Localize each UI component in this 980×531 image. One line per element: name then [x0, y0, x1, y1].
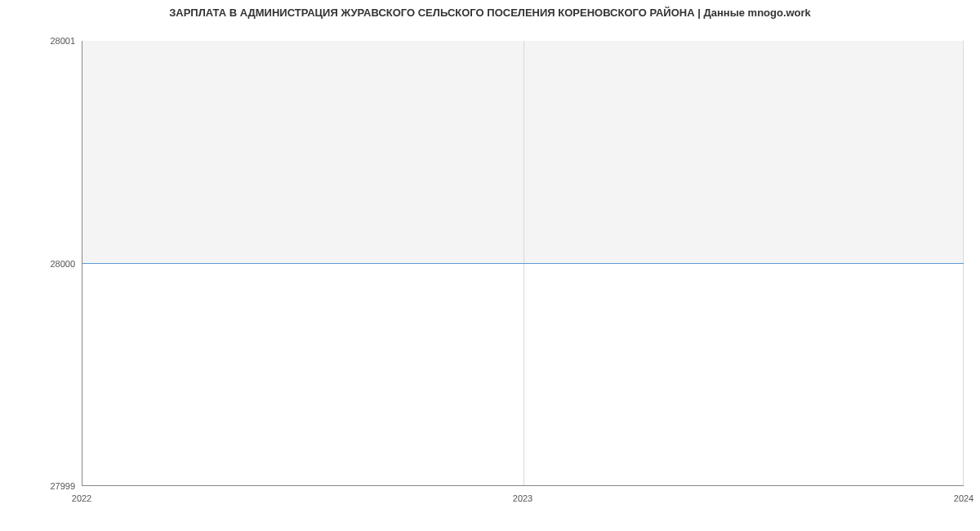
- y-tick-27999: 27999: [50, 481, 75, 491]
- plot-area: [82, 41, 964, 486]
- data-line: [82, 263, 964, 264]
- x-tick-2023: 2023: [513, 493, 532, 503]
- y-tick-28001: 28001: [50, 36, 75, 46]
- y-tick-28000: 28000: [50, 259, 75, 269]
- x-tick-2022: 2022: [72, 493, 91, 503]
- x-tick-2024: 2024: [954, 493, 973, 503]
- chart-title: ЗАРПЛАТА В АДМИНИСТРАЦИЯ ЖУРАВСКОГО СЕЛЬ…: [0, 7, 980, 19]
